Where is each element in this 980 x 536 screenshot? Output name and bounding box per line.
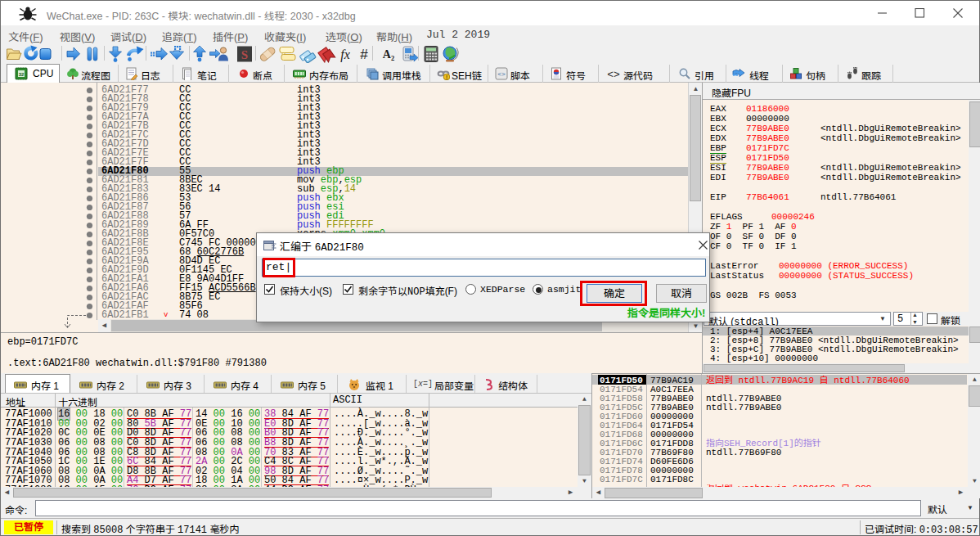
svg-text:#: # xyxy=(360,47,368,62)
svg-text:fx: fx xyxy=(340,47,350,62)
svg-text:<>: <> xyxy=(607,69,620,81)
svg-text:!: ! xyxy=(446,74,447,80)
svg-text:32: 32 xyxy=(19,72,25,77)
svg-text:S: S xyxy=(241,48,248,61)
svg-text:A₂: A₂ xyxy=(383,48,394,61)
svg-text:<>: <> xyxy=(497,70,506,78)
